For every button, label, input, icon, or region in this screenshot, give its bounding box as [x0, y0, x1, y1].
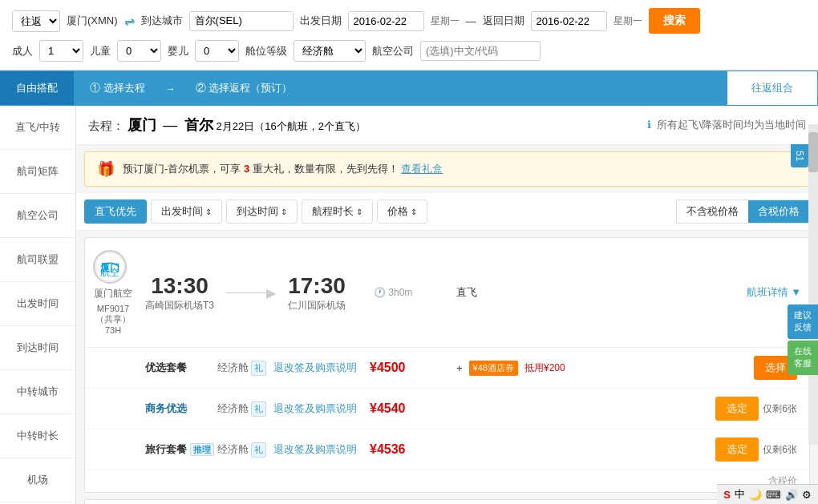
sort-duration-icon: ⇕	[356, 208, 362, 216]
sidebar-item-transit-duration[interactable]: 中转时长	[0, 414, 75, 458]
tab-step2[interactable]: ② 选择返程（预订）	[180, 71, 309, 105]
search-row2: 成人 12 儿童 01 婴儿 01 舱位等级 经济舱商务舱 航空公司	[12, 40, 806, 62]
route-dash: —	[163, 117, 177, 133]
tab-arrow: →	[161, 83, 180, 95]
ticket-cabin-0-0: 经济舱 礼	[217, 361, 273, 376]
filter-price-btn[interactable]: 价格 ⇕	[377, 200, 427, 224]
tab-step2-label: ② 选择返程（预订）	[196, 82, 293, 94]
content-area: 去程： 厦门 — 首尔 2月22日（16个航班，2个直飞） ℹ 所有起飞\降落时…	[76, 106, 818, 504]
search-bar: 往返 单程 厦门(XMN) ⇌ 到达城市 出发日期 星期一 — 返回日期 星期一…	[0, 0, 818, 71]
cabin-select[interactable]: 经济舱商务舱	[294, 40, 366, 62]
no-tax-btn[interactable]: 不含税价格	[677, 200, 748, 223]
airline-name-0: 厦门航空	[93, 287, 133, 300]
filter-arrive-btn[interactable]: 到达时间 ⇕	[226, 200, 298, 224]
remaining-0-2: 仅剩6张	[763, 443, 797, 457]
select-btn-0-2[interactable]: 选定	[715, 437, 759, 462]
adults-select[interactable]: 12	[39, 40, 83, 62]
notice-icon: ℹ	[647, 119, 651, 131]
sidebar-item-matrix[interactable]: 航司矩阵	[0, 150, 75, 194]
sidebar-item-direct[interactable]: 直飞/中转	[0, 106, 75, 150]
search-button[interactable]: 搜索	[649, 8, 700, 34]
dash-separator: —	[466, 15, 476, 27]
flight-card-0: 厦门 航空 厦门航空 MF9017（共享）73H 13:30 高崎国际机场T3	[84, 237, 810, 493]
filter-duration-btn[interactable]: 航程时长 ⇕	[302, 200, 373, 224]
notice-text: 所有起飞\降落时间均为当地时间	[657, 119, 806, 131]
from-city-label: 厦门(XMN)	[67, 14, 118, 28]
sidebar-item-alliance[interactable]: 航司联盟	[0, 238, 75, 282]
promo-link[interactable]: 查看礼盒	[401, 163, 443, 175]
ticket-cabin-tag-0-2[interactable]: 礼	[251, 442, 266, 458]
ticket-price-0-1: ¥4540	[370, 401, 406, 415]
with-tax-btn[interactable]: 含税价格	[748, 200, 809, 223]
promo-highlight: 3	[244, 163, 249, 175]
select-btn-0-1[interactable]: 选定	[715, 397, 759, 421]
depart-suffix: 星期一	[431, 14, 460, 28]
to-city-input[interactable]	[189, 11, 294, 31]
ticket-price-area-0-0: ¥4500 + ¥48酒店券 抵用¥200	[370, 361, 754, 376]
ticket-row-0-0: 优选套餐 经济舱 礼 退改签及购票说明 ¥4500 + ¥48酒店券 抵用¥20…	[85, 348, 809, 389]
trip-type-select[interactable]: 往返 单程	[12, 10, 60, 32]
sidebar-item-transit-city[interactable]: 中转城市	[0, 370, 75, 414]
promo-tag-0-2[interactable]: 推理	[190, 443, 214, 456]
ticket-name-0-0: 优选套餐	[145, 361, 217, 375]
sidebar-item-airport[interactable]: 机场	[0, 458, 75, 502]
flight-times-0: 13:30 高崎国际机场T3 ▶ 17:30 仁川国际机场 🕐 3h0m 直飞	[145, 273, 747, 312]
route-date-info: 2月22日（16个航班，2个直飞）	[217, 120, 366, 132]
airline-input[interactable]	[420, 41, 541, 61]
return-date-input[interactable]	[531, 11, 607, 31]
ticket-row-0-1: 商务优选 经济舱 礼 退改签及购票说明 ¥4540 选定 仅剩6张	[85, 389, 809, 429]
depart-date-input[interactable]	[348, 11, 424, 31]
flight-main-0: 厦门 航空 厦门航空 MF9017（共享）73H 13:30 高崎国际机场T3	[85, 238, 809, 347]
taskbar-settings: ⚙	[802, 489, 812, 501]
side-tab[interactable]: 51	[791, 144, 808, 167]
route-prefix: 去程：	[88, 119, 124, 132]
tab-free-combo[interactable]: 自由搭配	[0, 71, 74, 105]
arrow-line-0	[226, 292, 266, 293]
ticket-price-0-2: ¥4536	[370, 442, 406, 456]
tab-roundtrip[interactable]: 往返组合	[727, 71, 818, 106]
filter-depart-btn[interactable]: 出发时间 ⇕	[151, 200, 222, 224]
arrive-airport-0: 仁川国际机场	[288, 299, 346, 312]
exchange-icon[interactable]: ⇌	[124, 14, 135, 29]
flight-detail-link-0[interactable]: 航班详情 ▼	[747, 285, 802, 300]
arrive-col-0: 17:30 仁川国际机场	[288, 273, 346, 312]
filter-duration-label: 航程时长	[312, 204, 354, 219]
tax-note-0: 含税价	[85, 470, 809, 492]
taskbar: S 中 🌙 ⌨ 🔊 ⚙	[717, 484, 818, 504]
ticket-policy-0-1[interactable]: 退改签及购票说明	[273, 401, 370, 416]
ticket-policy-0-2[interactable]: 退改签及购票说明	[273, 442, 370, 457]
xiamen-logo: 厦门 航空	[93, 250, 127, 284]
depart-airport-0: 高崎国际机场T3	[145, 299, 214, 312]
promo-text: 预订厦门-首尔机票，可享 3 重大礼，数量有限，先到先得！ 查看礼盒	[123, 162, 443, 176]
ticket-cabin-0-1: 经济舱 礼	[217, 401, 273, 417]
scrollbar-thumb[interactable]	[808, 132, 818, 172]
infants-select[interactable]: 01	[195, 40, 239, 62]
tab-step1[interactable]: ① 选择去程	[74, 71, 161, 105]
float-buttons: 建议反馈 在线客服	[788, 304, 818, 375]
adults-label: 成人	[12, 44, 33, 58]
sidebar-item-arrive-time[interactable]: 到达时间	[0, 326, 75, 370]
children-label: 儿童	[90, 44, 111, 58]
route-title: 去程： 厦门 — 首尔 2月22日（16个航班，2个直飞）	[88, 115, 366, 135]
svg-text:航空: 航空	[100, 267, 119, 278]
return-suffix: 星期一	[614, 14, 642, 28]
suggest-feedback-btn[interactable]: 建议反馈	[788, 304, 818, 339]
route-to: 首尔	[184, 117, 213, 133]
children-select[interactable]: 01	[117, 40, 161, 62]
filter-arrive-label: 到达时间	[237, 204, 278, 219]
duration-0: 🕐 3h0m	[374, 287, 412, 298]
sidebar-item-depart-time[interactable]: 出发时间	[0, 282, 75, 326]
sort-depart-icon: ⇕	[205, 208, 212, 216]
ticket-cabin-tag-0-0[interactable]: 礼	[251, 361, 266, 376]
ticket-cabin-tag-0-1[interactable]: 礼	[251, 401, 266, 417]
tabs-bar: 自由搭配 ① 选择去程 → ② 选择返程（预订） 往返组合	[0, 71, 818, 106]
ticket-price-area-0-2: ¥4536	[370, 442, 715, 457]
filter-depart-label: 出发时间	[161, 204, 203, 219]
filter-direct-label: 直飞优先	[95, 204, 136, 219]
online-service-btn[interactable]: 在线客服	[788, 341, 818, 375]
route-notice: ℹ 所有起飞\降落时间均为当地时间	[647, 118, 806, 132]
taskbar-zh: 中	[735, 487, 745, 502]
sidebar-item-airline[interactable]: 航空公司	[0, 194, 75, 238]
ticket-policy-0-0[interactable]: 退改签及购票说明	[273, 361, 370, 375]
filter-direct-btn[interactable]: 直飞优先	[84, 200, 147, 224]
